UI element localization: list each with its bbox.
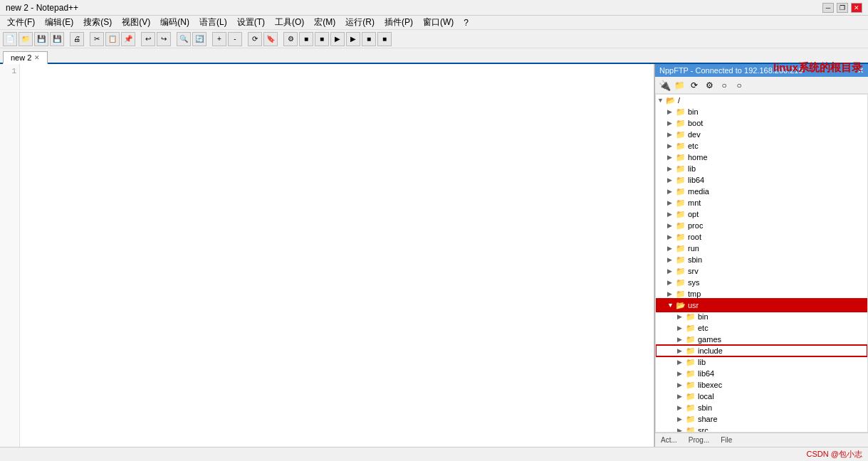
extra-btn4[interactable]: ▶ xyxy=(346,32,360,46)
tree-arrow-lib64: ▶ xyxy=(667,176,676,184)
tree-item-root[interactable]: ▶ 📁 root xyxy=(656,231,867,243)
nppftp-folder-btn[interactable]: 📁 xyxy=(673,79,686,92)
restore-button[interactable]: ❐ xyxy=(837,3,848,13)
tree-label-opt: opt xyxy=(688,210,699,218)
save-button[interactable]: 💾 xyxy=(34,32,48,46)
bookmark-button[interactable]: 🔖 xyxy=(263,32,278,46)
nppftp-settings-btn[interactable]: ⚙ xyxy=(703,79,716,92)
nppftp-connect-btn[interactable]: 🔌 xyxy=(658,79,671,92)
menu-file[interactable]: 文件(F) xyxy=(3,15,39,30)
tree-item-sys[interactable]: ▶ 📁 sys xyxy=(656,277,867,288)
folder-icon-usr-src: 📁 xyxy=(686,426,696,433)
tree-arrow-usr-sbin: ▶ xyxy=(677,404,686,411)
open-button[interactable]: 📁 xyxy=(19,32,33,46)
tree-item-etc[interactable]: ▶ 📁 etc xyxy=(656,140,867,152)
tree-item-sbin[interactable]: ▶ 📁 sbin xyxy=(656,254,867,265)
tree-item-usr-lib64[interactable]: ▶ 📁 lib64 xyxy=(656,368,867,379)
tree-item-lib[interactable]: ▶ 📁 lib xyxy=(656,163,867,174)
cut-button[interactable]: ✂ xyxy=(90,32,104,46)
tree-item-usr-lib[interactable]: ▶ 📁 lib xyxy=(656,356,867,368)
menu-edit[interactable]: 编辑(E) xyxy=(41,15,78,30)
tab-new2[interactable]: new 2 ✕ xyxy=(3,51,48,64)
menu-view[interactable]: 视图(V) xyxy=(117,15,155,30)
nppftp-extra-btn2[interactable]: ○ xyxy=(733,79,746,92)
tree-item-usr-etc[interactable]: ▶ 📁 etc xyxy=(656,322,867,334)
minimize-button[interactable]: ─ xyxy=(822,3,834,13)
extra-btn1[interactable]: ■ xyxy=(299,32,313,46)
tree-item-lib64[interactable]: ▶ 📁 lib64 xyxy=(656,174,867,186)
menu-macro[interactable]: 宏(M) xyxy=(310,15,340,30)
menu-run[interactable]: 运行(R) xyxy=(341,15,379,30)
menu-plugins[interactable]: 插件(P) xyxy=(380,15,417,30)
tree-label-proc: proc xyxy=(688,221,703,230)
undo-button[interactable]: ↩ xyxy=(141,32,155,46)
menu-encoding[interactable]: 编码(N) xyxy=(156,15,194,30)
nppftp-close-icon[interactable]: ✕ xyxy=(857,66,864,75)
tree-item-usr-games[interactable]: ▶ 📁 games xyxy=(656,334,867,345)
tree-item-opt[interactable]: ▶ 📁 opt xyxy=(656,208,867,220)
menu-window[interactable]: 窗口(W) xyxy=(419,15,458,30)
close-button[interactable]: ✕ xyxy=(851,3,862,13)
nppftp-extra-btn1[interactable]: ○ xyxy=(718,79,731,92)
extra-btn2[interactable]: ■ xyxy=(315,32,329,46)
tab-close-icon[interactable]: ✕ xyxy=(34,54,40,61)
menu-language[interactable]: 语言(L) xyxy=(195,15,231,30)
tree-item-usr-local[interactable]: ▶ 📁 local xyxy=(656,391,867,402)
tree-item-dev[interactable]: ▶ 📁 dev xyxy=(656,129,867,140)
menu-search[interactable]: 搜索(S) xyxy=(79,15,116,30)
tree-item-media[interactable]: ▶ 📁 media xyxy=(656,186,867,197)
paste-button[interactable]: 📌 xyxy=(121,32,135,46)
panel-tab-file[interactable]: File xyxy=(718,435,735,445)
new-file-button[interactable]: 📄 xyxy=(3,32,17,46)
panel-tab-act[interactable]: Act... xyxy=(658,435,680,445)
panel-tab-prog[interactable]: Prog... xyxy=(686,435,712,445)
tree-item-srv[interactable]: ▶ 📁 srv xyxy=(656,265,867,277)
tree-label-usr-etc: etc xyxy=(698,324,708,332)
menu-tools[interactable]: 工具(O) xyxy=(271,15,308,30)
tree-item-proc[interactable]: ▶ 📁 proc xyxy=(656,220,867,231)
tree-item-usr-sbin[interactable]: ▶ 📁 sbin xyxy=(656,402,867,413)
extra-btn3[interactable]: ▶ xyxy=(330,32,345,46)
tree-item-bin[interactable]: ▶ 📁 bin xyxy=(656,106,867,117)
settings-button[interactable]: ⚙ xyxy=(283,32,298,46)
tree-item-usr[interactable]: ▼ 📂 usr xyxy=(656,300,867,311)
zoom-out-button[interactable]: - xyxy=(228,32,242,46)
nppftp-refresh-btn[interactable]: ⟳ xyxy=(688,79,701,92)
extra-btn6[interactable]: ■ xyxy=(377,32,392,46)
menu-settings[interactable]: 设置(T) xyxy=(233,15,269,30)
extra-btn5[interactable]: ■ xyxy=(362,32,376,46)
folder-icon-usr-lib: 📁 xyxy=(686,358,696,367)
tree-arrow-boot: ▶ xyxy=(667,120,676,127)
tree-arrow-usr-games: ▶ xyxy=(677,336,686,343)
tree-item-usr-bin[interactable]: ▶ 📁 bin xyxy=(656,311,867,322)
tree-item-usr-src[interactable]: ▶ 📁 src xyxy=(656,425,867,433)
tree-item-run[interactable]: ▶ 📁 run xyxy=(656,243,867,254)
tree-arrow-proc: ▶ xyxy=(667,222,676,229)
tree-item-mnt[interactable]: ▶ 📁 mnt xyxy=(656,197,867,208)
sync-button[interactable]: ⟳ xyxy=(248,32,262,46)
editor-area: 1 xyxy=(0,64,654,447)
tree-label-usr: usr xyxy=(688,301,699,309)
tree-item-usr-share[interactable]: ▶ 📁 share xyxy=(656,413,867,425)
find-button[interactable]: 🔍 xyxy=(177,32,191,46)
save-all-button[interactable]: 💾 xyxy=(50,32,64,46)
tree-root-label: / xyxy=(678,96,680,105)
tree-root[interactable]: ▼ 📂 / xyxy=(656,95,867,106)
tree-label-usr-lib64: lib64 xyxy=(698,369,714,378)
tree-item-tmp[interactable]: ▶ 📁 tmp xyxy=(656,288,867,300)
file-tree[interactable]: ▼ 📂 / ▶ 📁 bin ▶ 📁 boot ▶ 📁 xyxy=(655,94,868,433)
copy-button[interactable]: 📋 xyxy=(105,32,120,46)
print-button[interactable]: 🖨 xyxy=(70,32,84,46)
tree-label-dev: dev xyxy=(688,130,701,139)
menu-help[interactable]: ? xyxy=(459,16,473,29)
editor-content[interactable] xyxy=(20,64,654,447)
nppftp-panel: NppFTP - Connected to 192.168.200.210 ✕ … xyxy=(654,64,868,447)
tree-item-home[interactable]: ▶ 📁 home xyxy=(656,152,867,163)
zoom-in-button[interactable]: + xyxy=(212,32,226,46)
replace-button[interactable]: 🔄 xyxy=(192,32,206,46)
tree-item-usr-libexec[interactable]: ▶ 📁 libexec xyxy=(656,379,867,391)
tree-item-boot[interactable]: ▶ 📁 boot xyxy=(656,117,867,129)
tree-item-usr-include[interactable]: ▶ 📁 include xyxy=(656,345,867,356)
tree-arrow-opt: ▶ xyxy=(667,211,676,218)
redo-button[interactable]: ↪ xyxy=(157,32,171,46)
